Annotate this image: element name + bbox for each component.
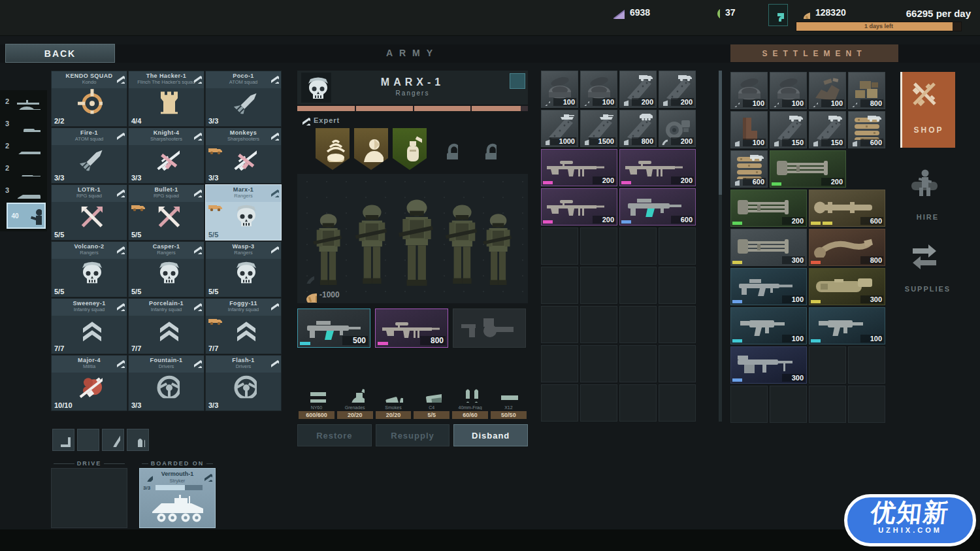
item-tile-sniper-gun[interactable]: 200 xyxy=(541,188,617,225)
item-tile-wreck[interactable]: 100 xyxy=(809,72,846,109)
squad-card-flash-1[interactable]: Flash-1Drivers3/3 xyxy=(205,355,282,411)
back-button[interactable]: BACK xyxy=(5,44,115,63)
shield-icon xyxy=(811,139,818,146)
drive-slot[interactable] xyxy=(51,468,127,528)
item-tile-hatch[interactable]: 100 xyxy=(770,72,807,109)
item-tile-bent[interactable]: 800 xyxy=(809,229,885,266)
repair-button[interactable] xyxy=(77,429,99,451)
storage-scrollbar[interactable] xyxy=(719,71,722,422)
sidebar-vehicle-apc[interactable]: 2 xyxy=(0,135,47,157)
item-tile-plate[interactable]: 150 xyxy=(809,111,846,148)
item-tile-minigun[interactable]: 200 xyxy=(730,190,807,227)
squad-card-monkeys[interactable]: MonkeysSharpshooters3/3 xyxy=(205,127,282,184)
squad-card-sweeney-1[interactable]: Sweeney-1Infantry squad7/7 xyxy=(51,298,127,354)
squad-card-major-4[interactable]: Major-4Militia10/10 xyxy=(51,355,127,411)
item-tile-sniper-gun[interactable]: 200 xyxy=(619,149,696,186)
squad-card-wasp-3[interactable]: Wasp-3Rangers5/5 xyxy=(205,241,282,297)
squad-card-knight-4[interactable]: Knight-4Sharpshooters3/3 xyxy=(128,127,204,184)
item-tile-rifle-gun[interactable]: 100 xyxy=(730,268,807,305)
item-tile-hatch[interactable]: 100 xyxy=(541,71,578,108)
locked-skill-slot[interactable] xyxy=(431,128,465,170)
medic-icon xyxy=(56,433,71,447)
supply-grenades[interactable]: Grenades20/20 xyxy=(336,386,374,419)
supplies-button[interactable]: SUPPLIES xyxy=(902,237,954,305)
item-art-sniper-gun xyxy=(544,152,614,178)
item-art-hatch xyxy=(734,75,764,101)
item-tile-plate[interactable]: 800 xyxy=(619,110,657,147)
soldiers-image xyxy=(306,179,519,300)
item-tile-hatch[interactable]: 100 xyxy=(730,72,768,109)
squad-card-foggy-11[interactable]: Foggy-11Infantry squad7/7 xyxy=(205,298,282,354)
item-tile-plate[interactable]: 1000 xyxy=(541,110,578,147)
sidebar-vehicle-infantry[interactable]: 40 xyxy=(7,203,46,229)
resupply-button[interactable]: Resupply xyxy=(376,424,450,446)
item-tile-track[interactable]: 600 xyxy=(848,111,885,148)
skill-mine[interactable] xyxy=(316,128,350,170)
skill-bust[interactable] xyxy=(354,128,388,170)
squad-card-casper-1[interactable]: Casper-1Rangers5/5 xyxy=(128,241,204,297)
edit-name-button[interactable] xyxy=(510,73,525,89)
squad-card-kendo-squad[interactable]: KENDO SQUADKondo2/2 xyxy=(51,71,127,127)
item-price: 300 xyxy=(782,256,805,264)
sidebar-vehicle-heli[interactable]: 2 xyxy=(0,90,47,112)
squad-card-poco-1[interactable]: Poco-1ATOM squad3/3 xyxy=(205,71,282,127)
squad-card-volcano-2[interactable]: Volcano-2Rangers5/5 xyxy=(51,241,127,297)
item-tile-lmg-gun[interactable]: 300 xyxy=(730,346,807,384)
item-tile-minigun[interactable]: 300 xyxy=(730,229,807,266)
gem-icon xyxy=(744,178,751,185)
shield-icon xyxy=(732,139,740,146)
medic-button[interactable] xyxy=(52,429,74,451)
trash-button[interactable] xyxy=(768,4,788,26)
item-price: 200 xyxy=(821,178,844,186)
item-tile-plate[interactable]: 200 xyxy=(659,71,696,108)
item-tile-plate[interactable]: 200 xyxy=(619,71,657,108)
supply-c4[interactable]: C45/5 xyxy=(412,386,451,419)
supply-smokes[interactable]: Smokes20/20 xyxy=(374,386,413,419)
water-button[interactable] xyxy=(102,429,124,451)
item-tile-sniper-gun[interactable]: 200 xyxy=(541,149,617,186)
squad-card-porcelain-1[interactable]: Porcelain-1Infantry squad7/7 xyxy=(128,298,204,354)
supply-x12[interactable]: X1250/50 xyxy=(489,386,528,419)
weapon-slot-1[interactable]: 500 xyxy=(297,309,370,348)
weapon-slot-3[interactable] xyxy=(453,309,526,348)
weapon-slot-2[interactable]: 800 xyxy=(375,309,448,348)
item-tile-barrel[interactable]: 600 xyxy=(809,190,885,227)
item-tile-plate[interactable]: 150 xyxy=(770,111,807,148)
item-tile-plate[interactable]: 1500 xyxy=(580,110,617,147)
squad-card-fountain-1[interactable]: Fountain-1Drivers3/3 xyxy=(128,355,204,411)
item-tile-engine[interactable]: 200 xyxy=(659,110,696,147)
item-tile-smg-gun[interactable]: 100 xyxy=(809,307,885,344)
squad-card-lotr-1[interactable]: LOTR-1RPG squad5/5 xyxy=(51,184,127,241)
x12-icon xyxy=(498,386,518,403)
sidebar-vehicle-wtruck[interactable]: 3 xyxy=(0,179,47,201)
item-tile-launcher[interactable]: 300 xyxy=(809,268,885,305)
item-art-engine xyxy=(662,112,693,139)
sidebar-vehicle-ifv[interactable]: 2 xyxy=(0,157,47,179)
squad-card-marx-1[interactable]: Marx-1Rangers5/5 xyxy=(205,184,282,241)
item-tile-parts[interactable]: 800 xyxy=(848,72,885,109)
shop-button[interactable]: SHOP xyxy=(900,72,955,148)
item-tile-minigun[interactable]: 200 xyxy=(770,150,846,188)
item-tile-track[interactable]: 600 xyxy=(730,150,768,188)
rank-chevron-icon xyxy=(114,301,125,311)
item-tile-ar-gun[interactable]: 600 xyxy=(619,188,696,225)
item-tile-seat[interactable]: 100 xyxy=(730,111,768,148)
hire-button[interactable]: HIRE xyxy=(902,165,954,233)
empty-slot xyxy=(541,345,578,382)
disband-button[interactable]: Disband xyxy=(453,424,528,446)
supply-40mm-frag[interactable]: 40mm-Frag60/60 xyxy=(451,386,489,419)
boarded-vehicle-card[interactable]: Vermouth-1 Stryker 3/3 xyxy=(139,468,216,528)
supply-ny60[interactable]: NY60600/600 xyxy=(297,386,336,419)
item-tile-hatch[interactable]: 100 xyxy=(580,71,617,108)
scrollbar-thumb[interactable] xyxy=(719,71,722,195)
restore-button[interactable]: Restore xyxy=(297,424,372,446)
locked-skill-slot[interactable] xyxy=(470,128,504,170)
supply-count: 50/50 xyxy=(491,411,527,419)
skill-vest[interactable] xyxy=(393,128,427,170)
squad-card-the-hacker-1[interactable]: The Hacker-1Flinch The Hacker's squad4/4 xyxy=(128,71,204,127)
ammo-button[interactable] xyxy=(127,429,149,451)
sidebar-vehicle-tank[interactable]: 3 xyxy=(0,112,47,135)
item-tile-smg-gun[interactable]: 100 xyxy=(730,307,807,344)
squad-card-fire-1[interactable]: Fire-1ATOM squad3/3 xyxy=(51,127,127,184)
squad-card-bullet-1[interactable]: Bullet-1RPG squad5/5 xyxy=(128,184,204,241)
